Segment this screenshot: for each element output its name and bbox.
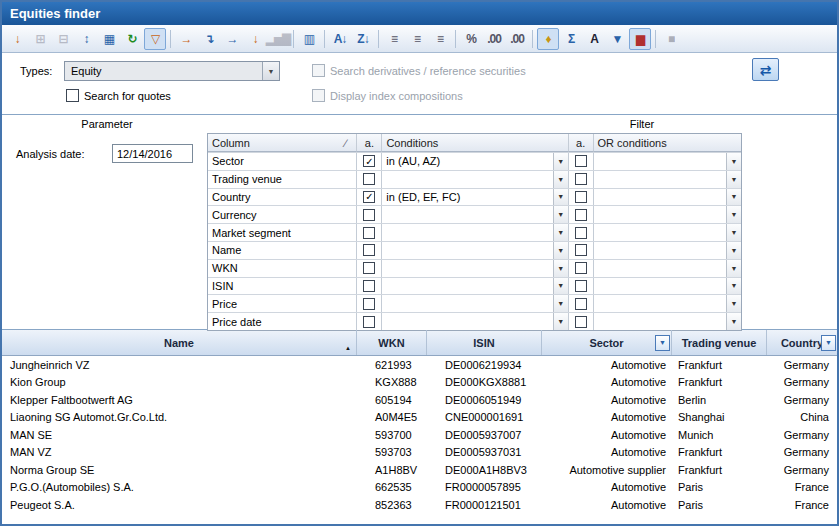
results-header-isin[interactable]: ISIN xyxy=(427,330,542,355)
filter-or-checkbox[interactable] xyxy=(575,227,587,239)
dropdown-arrow-icon[interactable]: ▼ xyxy=(726,278,741,295)
filter-column-name[interactable]: Country xyxy=(208,189,357,206)
filter-column-name[interactable]: Name xyxy=(208,242,357,259)
filter-or-condition-cell[interactable]: ▼ xyxy=(594,278,741,295)
results-header-name[interactable]: Name▲ xyxy=(2,330,357,355)
sort-ascending-icon[interactable]: A↓ xyxy=(329,28,351,50)
font-icon[interactable]: A xyxy=(583,28,605,50)
dropdown-arrow-icon[interactable]: ▼ xyxy=(553,153,568,170)
table-row[interactable]: Peugeot S.A.852363FR0000121501Automotive… xyxy=(2,496,837,514)
filter-column-name[interactable]: Market segment xyxy=(208,224,357,241)
refresh-search-button[interactable]: ⇄ xyxy=(752,58,779,81)
remove-decimals-icon[interactable]: .00 xyxy=(506,28,528,50)
dropdown-arrow-icon[interactable]: ▼ xyxy=(726,153,741,170)
filter-or-checkbox[interactable] xyxy=(575,262,587,274)
filter-column-name[interactable]: ISIN xyxy=(208,278,357,295)
filter-header-column[interactable]: Column ∕ xyxy=(208,134,357,152)
filter-condition-cell[interactable]: ▼ xyxy=(382,278,568,295)
filter-condition-cell[interactable]: ▼ xyxy=(382,206,568,223)
results-header-wkn[interactable]: WKN xyxy=(357,330,427,355)
filter-column-name[interactable]: Trading venue xyxy=(208,171,357,188)
filter-condition-cell[interactable]: ▼ xyxy=(382,224,568,241)
filter-condition-cell[interactable]: in (AU, AZ)▼ xyxy=(382,153,568,170)
sort-filter-icon[interactable]: ▼ xyxy=(606,28,628,50)
filter-icon[interactable]: ▽ xyxy=(144,28,166,50)
dropdown-arrow-icon[interactable]: ▼ xyxy=(553,260,568,277)
analysis-date-input[interactable] xyxy=(112,144,193,163)
filter-column-name[interactable]: Currency xyxy=(208,206,357,223)
dropdown-arrow-icon[interactable]: ▼ xyxy=(726,189,741,206)
search-quotes-checkbox[interactable]: Search for quotes xyxy=(66,89,171,102)
column-filter-icon[interactable]: ▼ xyxy=(655,335,670,351)
dropdown-arrow-icon[interactable]: ▼ xyxy=(726,295,741,312)
filter-checkbox[interactable] xyxy=(363,173,375,185)
filter-condition-cell[interactable]: ▼ xyxy=(382,295,568,312)
dropdown-arrow-icon[interactable]: ▼ xyxy=(726,260,741,277)
dropdown-arrow-icon[interactable]: ▼ xyxy=(726,224,741,241)
align-center-icon[interactable]: ≡ xyxy=(406,28,428,50)
dropdown-arrow-icon[interactable]: ▼ xyxy=(553,224,568,241)
results-header-sector[interactable]: Sector▼ xyxy=(542,330,672,355)
dropdown-arrow-icon[interactable]: ▼ xyxy=(553,206,568,223)
filter-or-checkbox[interactable] xyxy=(575,155,587,167)
filter-or-condition-cell[interactable]: ▼ xyxy=(594,295,741,312)
filter-condition-cell[interactable]: ▼ xyxy=(382,171,568,188)
dropdown-arrow-icon[interactable]: ▼ xyxy=(553,171,568,188)
filter-or-checkbox[interactable] xyxy=(575,280,587,292)
sum-icon[interactable]: Σ xyxy=(560,28,582,50)
filter-checkbox[interactable] xyxy=(363,227,375,239)
filter-checkbox[interactable]: ✓ xyxy=(363,191,375,203)
row-insert-icon[interactable]: ↓ xyxy=(244,28,266,50)
filter-or-checkbox[interactable] xyxy=(575,298,587,310)
filter-or-checkbox[interactable] xyxy=(575,244,587,256)
table-row[interactable]: P.G.O.(Automobiles) S.A.662535FR00000578… xyxy=(2,479,837,497)
filter-column-name[interactable]: Price xyxy=(208,295,357,312)
filter-condition-cell[interactable]: ▼ xyxy=(382,260,568,277)
add-decimals-icon[interactable]: .00 xyxy=(483,28,505,50)
filter-column-name[interactable]: Sector xyxy=(208,153,357,170)
filter-or-checkbox[interactable] xyxy=(575,191,587,203)
column-filter-icon[interactable]: ▼ xyxy=(821,335,836,351)
dropdown-arrow-icon[interactable]: ▼ xyxy=(726,206,741,223)
filter-or-checkbox[interactable] xyxy=(575,316,587,328)
export-icon[interactable]: ↓ xyxy=(6,28,28,50)
filter-or-condition-cell[interactable]: ▼ xyxy=(594,242,741,259)
table-row[interactable]: Jungheinrich VZ621993DE0006219934Automot… xyxy=(2,356,837,374)
filter-column-name[interactable]: Price date xyxy=(208,313,357,330)
table-row[interactable]: Klepper Faltbootwerft AG605194DE00060519… xyxy=(2,391,837,409)
dropdown-arrow-icon[interactable]: ▼ xyxy=(553,189,568,206)
chart-wizard-icon[interactable]: ▆ xyxy=(629,28,651,50)
filter-or-condition-cell[interactable]: ▼ xyxy=(594,260,741,277)
dropdown-arrow-icon[interactable]: ▼ xyxy=(553,242,568,259)
filter-checkbox[interactable] xyxy=(363,298,375,310)
selection-frame-icon[interactable]: ▦ xyxy=(98,28,120,50)
percent-icon[interactable]: % xyxy=(460,28,482,50)
results-header-venue[interactable]: Trading venue xyxy=(672,330,767,355)
filter-checkbox[interactable] xyxy=(363,316,375,328)
refresh-icon[interactable]: ↻ xyxy=(121,28,143,50)
edit-key-icon[interactable]: ♦ xyxy=(537,28,559,50)
table-row[interactable]: Liaoning SG Automot.Gr.Co.Ltd.A0M4E5CNE0… xyxy=(2,409,837,427)
table-row[interactable]: MAN VZ593703DE0005937031AutomotiveFrankf… xyxy=(2,444,837,462)
filter-or-condition-cell[interactable]: ▼ xyxy=(594,171,741,188)
dropdown-arrow-icon[interactable]: ▼ xyxy=(553,313,568,330)
filter-checkbox[interactable] xyxy=(363,262,375,274)
filter-column-name[interactable]: WKN xyxy=(208,260,357,277)
filter-condition-cell[interactable]: ▼ xyxy=(382,313,568,330)
filter-condition-cell[interactable]: ▼ xyxy=(382,242,568,259)
filter-or-condition-cell[interactable]: ▼ xyxy=(594,189,741,206)
align-right-icon[interactable]: ≡ xyxy=(429,28,451,50)
table-row[interactable]: Norma Group SEA1H8BVDE000A1H8BV3Automoti… xyxy=(2,461,837,479)
filter-or-checkbox[interactable] xyxy=(575,173,587,185)
table-row[interactable]: Kion GroupKGX888DE000KGX8881AutomotiveFr… xyxy=(2,374,837,392)
dropdown-arrow-icon[interactable]: ▼ xyxy=(553,295,568,312)
filter-or-checkbox[interactable] xyxy=(575,209,587,221)
align-left-icon[interactable]: ≡ xyxy=(383,28,405,50)
column-config-icon[interactable]: ▥ xyxy=(298,28,320,50)
dropdown-arrow-icon[interactable]: ▼ xyxy=(726,313,741,330)
row-height-icon[interactable]: ↕ xyxy=(75,28,97,50)
sort-descending-icon[interactable]: Z↓ xyxy=(352,28,374,50)
column-left-icon[interactable]: → xyxy=(175,28,197,50)
table-row[interactable]: MAN SE593700DE0005937007AutomotiveMunich… xyxy=(2,426,837,444)
types-select[interactable]: Equity ▼ xyxy=(64,61,280,81)
